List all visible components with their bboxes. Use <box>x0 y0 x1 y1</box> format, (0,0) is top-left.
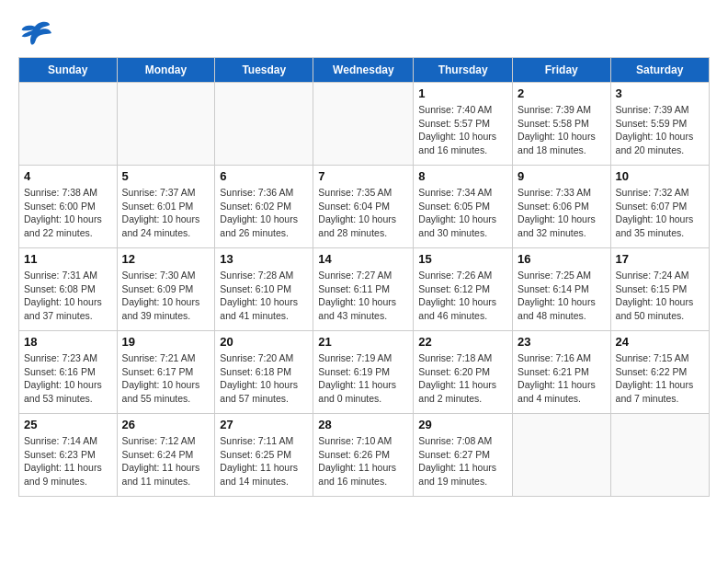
day-number: 3 <box>616 86 704 100</box>
day-number: 22 <box>418 335 507 349</box>
day-info: Sunrise: 7:16 AM Sunset: 6:21 PM Dayligh… <box>518 351 606 406</box>
day-number: 24 <box>616 335 704 349</box>
day-number: 27 <box>220 418 308 431</box>
calendar-cell: 5Sunrise: 7:37 AM Sunset: 6:01 PM Daylig… <box>117 166 215 248</box>
day-number: 19 <box>122 335 210 349</box>
calendar-cell <box>19 83 118 166</box>
day-info: Sunrise: 7:11 AM Sunset: 6:25 PM Dayligh… <box>220 434 308 488</box>
day-number: 6 <box>220 169 308 183</box>
day-number: 18 <box>24 335 112 349</box>
calendar-cell <box>117 83 215 166</box>
day-number: 29 <box>418 418 507 431</box>
calendar-cell: 6Sunrise: 7:36 AM Sunset: 6:02 PM Daylig… <box>215 166 313 248</box>
calendar-cell: 3Sunrise: 7:39 AM Sunset: 5:59 PM Daylig… <box>610 83 709 166</box>
day-number: 5 <box>122 169 210 183</box>
day-number: 13 <box>220 252 308 266</box>
day-header-friday: Friday <box>513 58 611 83</box>
day-info: Sunrise: 7:26 AM Sunset: 6:12 PM Dayligh… <box>418 269 507 323</box>
calendar-cell: 4Sunrise: 7:38 AM Sunset: 6:00 PM Daylig… <box>19 166 118 248</box>
week-row-2: 4Sunrise: 7:38 AM Sunset: 6:00 PM Daylig… <box>19 166 710 248</box>
logo-icon <box>18 18 51 48</box>
calendar-cell: 23Sunrise: 7:16 AM Sunset: 6:21 PM Dayli… <box>513 331 611 414</box>
calendar-cell: 24Sunrise: 7:15 AM Sunset: 6:22 PM Dayli… <box>610 331 709 414</box>
calendar-cell: 20Sunrise: 7:20 AM Sunset: 6:18 PM Dayli… <box>215 331 313 414</box>
page-header <box>18 18 710 48</box>
calendar-cell: 9Sunrise: 7:33 AM Sunset: 6:06 PM Daylig… <box>513 166 611 248</box>
day-info: Sunrise: 7:12 AM Sunset: 6:24 PM Dayligh… <box>122 434 210 488</box>
calendar-cell: 13Sunrise: 7:28 AM Sunset: 6:10 PM Dayli… <box>215 248 313 331</box>
day-number: 15 <box>418 252 507 266</box>
calendar-cell: 15Sunrise: 7:26 AM Sunset: 6:12 PM Dayli… <box>414 248 513 331</box>
calendar-cell: 11Sunrise: 7:31 AM Sunset: 6:08 PM Dayli… <box>19 248 118 331</box>
day-info: Sunrise: 7:19 AM Sunset: 6:19 PM Dayligh… <box>318 351 408 406</box>
day-number: 7 <box>318 169 408 183</box>
calendar-cell: 17Sunrise: 7:24 AM Sunset: 6:15 PM Dayli… <box>610 248 709 331</box>
day-header-tuesday: Tuesday <box>215 58 313 83</box>
day-info: Sunrise: 7:28 AM Sunset: 6:10 PM Dayligh… <box>220 269 308 323</box>
week-row-5: 25Sunrise: 7:14 AM Sunset: 6:23 PM Dayli… <box>19 414 710 497</box>
day-info: Sunrise: 7:31 AM Sunset: 6:08 PM Dayligh… <box>24 269 112 323</box>
day-number: 20 <box>220 335 308 349</box>
day-info: Sunrise: 7:20 AM Sunset: 6:18 PM Dayligh… <box>220 351 308 406</box>
day-number: 25 <box>24 418 112 431</box>
day-number: 16 <box>518 252 606 266</box>
day-info: Sunrise: 7:33 AM Sunset: 6:06 PM Dayligh… <box>518 186 606 240</box>
day-info: Sunrise: 7:18 AM Sunset: 6:20 PM Dayligh… <box>418 351 507 406</box>
day-info: Sunrise: 7:27 AM Sunset: 6:11 PM Dayligh… <box>318 269 408 323</box>
day-number: 11 <box>24 252 112 266</box>
calendar-cell: 16Sunrise: 7:25 AM Sunset: 6:14 PM Dayli… <box>513 248 611 331</box>
day-number: 23 <box>518 335 606 349</box>
day-info: Sunrise: 7:14 AM Sunset: 6:23 PM Dayligh… <box>24 434 112 488</box>
day-number: 28 <box>318 418 408 431</box>
calendar-cell: 22Sunrise: 7:18 AM Sunset: 6:20 PM Dayli… <box>414 331 513 414</box>
calendar-cell: 19Sunrise: 7:21 AM Sunset: 6:17 PM Dayli… <box>117 331 215 414</box>
day-number: 4 <box>24 169 112 183</box>
day-number: 8 <box>418 169 507 183</box>
calendar-cell: 21Sunrise: 7:19 AM Sunset: 6:19 PM Dayli… <box>313 331 414 414</box>
week-row-4: 18Sunrise: 7:23 AM Sunset: 6:16 PM Dayli… <box>19 331 710 414</box>
calendar-cell: 29Sunrise: 7:08 AM Sunset: 6:27 PM Dayli… <box>414 414 513 497</box>
day-info: Sunrise: 7:37 AM Sunset: 6:01 PM Dayligh… <box>122 186 210 240</box>
day-header-sunday: Sunday <box>19 58 118 83</box>
day-header-wednesday: Wednesday <box>313 58 414 83</box>
day-info: Sunrise: 7:25 AM Sunset: 6:14 PM Dayligh… <box>518 269 606 323</box>
day-info: Sunrise: 7:24 AM Sunset: 6:15 PM Dayligh… <box>616 269 704 323</box>
calendar-cell: 27Sunrise: 7:11 AM Sunset: 6:25 PM Dayli… <box>215 414 313 497</box>
day-header-saturday: Saturday <box>610 58 709 83</box>
day-info: Sunrise: 7:39 AM Sunset: 5:59 PM Dayligh… <box>616 103 704 157</box>
day-info: Sunrise: 7:08 AM Sunset: 6:27 PM Dayligh… <box>418 434 507 488</box>
day-info: Sunrise: 7:38 AM Sunset: 6:00 PM Dayligh… <box>24 186 112 240</box>
day-info: Sunrise: 7:15 AM Sunset: 6:22 PM Dayligh… <box>616 351 704 406</box>
day-info: Sunrise: 7:23 AM Sunset: 6:16 PM Dayligh… <box>24 351 112 406</box>
day-info: Sunrise: 7:34 AM Sunset: 6:05 PM Dayligh… <box>418 186 507 240</box>
day-number: 2 <box>518 86 606 100</box>
day-number: 1 <box>418 86 507 100</box>
day-header-monday: Monday <box>117 58 215 83</box>
logo <box>18 18 55 48</box>
day-info: Sunrise: 7:36 AM Sunset: 6:02 PM Dayligh… <box>220 186 308 240</box>
day-info: Sunrise: 7:40 AM Sunset: 5:57 PM Dayligh… <box>418 103 507 157</box>
day-info: Sunrise: 7:39 AM Sunset: 5:58 PM Dayligh… <box>518 103 606 157</box>
day-info: Sunrise: 7:35 AM Sunset: 6:04 PM Dayligh… <box>318 186 408 240</box>
calendar-cell: 12Sunrise: 7:30 AM Sunset: 6:09 PM Dayli… <box>117 248 215 331</box>
day-number: 9 <box>518 169 606 183</box>
calendar-table: SundayMondayTuesdayWednesdayThursdayFrid… <box>18 57 710 497</box>
calendar-cell <box>610 414 709 497</box>
day-info: Sunrise: 7:30 AM Sunset: 6:09 PM Dayligh… <box>122 269 210 323</box>
day-number: 14 <box>318 252 408 266</box>
calendar-cell: 14Sunrise: 7:27 AM Sunset: 6:11 PM Dayli… <box>313 248 414 331</box>
calendar-cell: 1Sunrise: 7:40 AM Sunset: 5:57 PM Daylig… <box>414 83 513 166</box>
calendar-cell: 25Sunrise: 7:14 AM Sunset: 6:23 PM Dayli… <box>19 414 118 497</box>
calendar-cell: 8Sunrise: 7:34 AM Sunset: 6:05 PM Daylig… <box>414 166 513 248</box>
day-number: 26 <box>122 418 210 431</box>
day-info: Sunrise: 7:21 AM Sunset: 6:17 PM Dayligh… <box>122 351 210 406</box>
calendar-cell: 7Sunrise: 7:35 AM Sunset: 6:04 PM Daylig… <box>313 166 414 248</box>
day-number: 21 <box>318 335 408 349</box>
day-number: 17 <box>616 252 704 266</box>
week-row-3: 11Sunrise: 7:31 AM Sunset: 6:08 PM Dayli… <box>19 248 710 331</box>
calendar-cell <box>313 83 414 166</box>
header-row: SundayMondayTuesdayWednesdayThursdayFrid… <box>19 58 710 83</box>
day-number: 12 <box>122 252 210 266</box>
calendar-cell: 28Sunrise: 7:10 AM Sunset: 6:26 PM Dayli… <box>313 414 414 497</box>
day-info: Sunrise: 7:10 AM Sunset: 6:26 PM Dayligh… <box>318 434 408 488</box>
